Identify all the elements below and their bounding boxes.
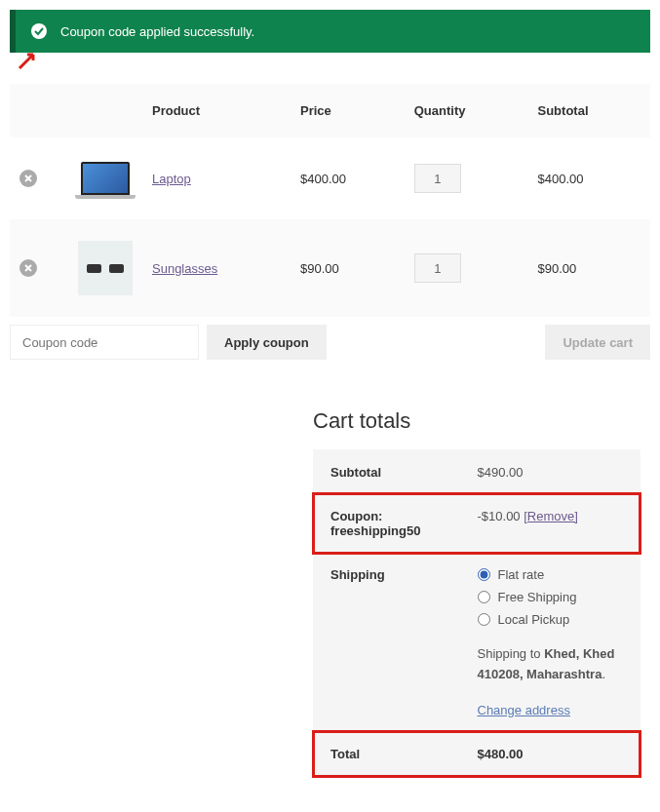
shipping-option-label[interactable]: Free Shipping <box>498 590 577 604</box>
laptop-icon <box>81 162 130 195</box>
col-quantity: Quantity <box>405 84 528 137</box>
remove-item-button[interactable] <box>19 259 37 277</box>
apply-coupon-button[interactable]: Apply coupon <box>207 325 327 360</box>
subtotal-label: Subtotal <box>315 451 460 493</box>
cart-table: Product Price Quantity Subtotal Laptop $… <box>10 84 650 317</box>
update-cart-button[interactable]: Update cart <box>545 325 650 360</box>
table-row: Sunglasses $90.00 $90.00 <box>10 223 650 313</box>
remove-coupon-link[interactable]: [Remove] <box>524 509 578 523</box>
product-thumbnail[interactable] <box>78 241 133 295</box>
sunglasses-icon <box>87 262 124 274</box>
shipping-radio-pickup[interactable] <box>478 613 490 626</box>
quantity-input[interactable] <box>414 253 461 283</box>
change-address-link[interactable]: Change address <box>478 703 570 717</box>
check-circle-icon <box>31 23 47 39</box>
subtotal-cell: $90.00 <box>528 223 651 313</box>
arrow-annotation-icon <box>16 49 39 75</box>
product-thumbnail[interactable] <box>78 151 133 206</box>
col-price: Price <box>291 84 405 137</box>
col-product: Product <box>142 84 291 137</box>
total-value: $480.00 <box>462 733 640 775</box>
coupon-discount-value: -$10.00 <box>478 509 524 523</box>
price-cell: $400.00 <box>291 137 405 223</box>
success-notice: Coupon code applied successfully. <box>10 10 650 53</box>
shipping-option-label[interactable]: Local Pickup <box>498 612 570 627</box>
quantity-input[interactable] <box>414 164 461 193</box>
price-cell: $90.00 <box>291 223 405 313</box>
product-link[interactable]: Laptop <box>152 172 191 186</box>
shipping-option-label[interactable]: Flat rate <box>498 567 545 582</box>
total-label: Total <box>315 733 460 775</box>
shipping-radio-flat[interactable] <box>478 568 490 581</box>
remove-item-button[interactable] <box>19 170 37 187</box>
table-row: Laptop $400.00 $400.00 <box>10 137 650 223</box>
cart-totals-table: Subtotal $490.00 Coupon: freeshipping50 … <box>313 449 641 777</box>
col-subtotal: Subtotal <box>528 84 651 137</box>
coupon-label: Coupon: freeshipping50 <box>315 495 460 552</box>
subtotal-value: $490.00 <box>462 451 640 493</box>
shipping-radio-free[interactable] <box>478 591 490 603</box>
shipping-label: Shipping <box>315 554 460 731</box>
coupon-code-input[interactable] <box>10 325 199 360</box>
notice-text: Coupon code applied successfully. <box>60 24 254 39</box>
product-link[interactable]: Sunglasses <box>152 261 217 276</box>
shipping-destination: Shipping to Khed, Khed 410208, Maharasht… <box>478 644 624 685</box>
cart-totals-title: Cart totals <box>313 408 641 434</box>
subtotal-cell: $400.00 <box>528 137 651 223</box>
